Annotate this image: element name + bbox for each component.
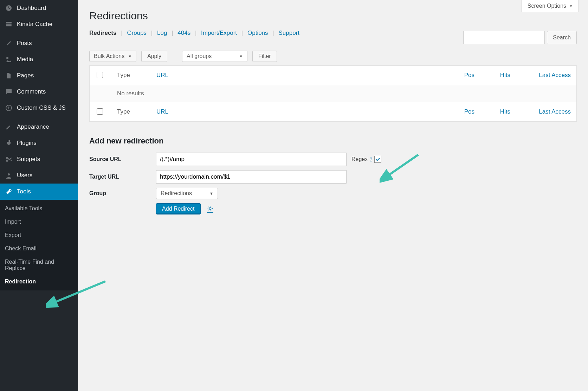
col-url-footer[interactable]: URL (151, 102, 448, 122)
sidebar-label: Dashboard (17, 5, 46, 12)
tab-import-export[interactable]: Import/Export (201, 30, 237, 36)
col-type-footer: Type (111, 102, 151, 122)
sidebar-label: Comments (17, 88, 46, 95)
sidebar-item-pages[interactable]: Pages (0, 68, 78, 84)
sidebar-item-snippets[interactable]: Snippets (0, 151, 78, 167)
group-filter-label: All groups (187, 53, 212, 59)
sidebar-item-users[interactable]: Users (0, 167, 78, 184)
col-pos[interactable]: Pos (448, 66, 480, 85)
svg-point-8 (209, 207, 211, 209)
col-url[interactable]: URL (151, 66, 448, 85)
regex-checkbox[interactable] (374, 156, 381, 163)
submenu-find-replace[interactable]: Real-Time Find and Replace (0, 255, 78, 275)
sidebar-item-dashboard[interactable]: Dashboard (0, 0, 78, 16)
media-icon (5, 56, 13, 63)
redirects-table: Type URL Pos Hits Last Access No results… (89, 65, 577, 122)
svg-point-6 (6, 160, 8, 161)
search-button[interactable]: Search (547, 31, 577, 44)
sidebar-item-kinsta-cache[interactable]: Kinsta Cache (0, 16, 78, 32)
svg-rect-0 (6, 22, 12, 23)
sidebar-label: Tools (17, 188, 31, 195)
tools-icon (5, 188, 13, 196)
select-all-checkbox[interactable] (97, 72, 103, 78)
plugins-icon (5, 139, 13, 147)
submenu-redirection[interactable]: Redirection (0, 275, 78, 288)
search-input[interactable] (463, 31, 545, 44)
svg-point-7 (8, 173, 10, 175)
comments-icon (5, 88, 13, 96)
svg-point-5 (6, 157, 8, 159)
submenu-check-email[interactable]: Check Email (0, 242, 78, 255)
submenu-available-tools[interactable]: Available Tools (0, 202, 78, 215)
sidebar-item-appearance[interactable]: Appearance (0, 119, 78, 135)
appearance-icon (5, 123, 13, 131)
sidebar-label: Custom CSS & JS (17, 104, 66, 111)
source-url-label: Source URL (89, 156, 156, 162)
regex-help-link[interactable]: ? (370, 157, 372, 162)
pages-icon (5, 72, 13, 79)
group-select-value: Redirections (161, 190, 192, 197)
users-icon (5, 172, 13, 179)
add-redirect-button[interactable]: Add Redirect (156, 203, 201, 214)
posts-icon (5, 39, 13, 47)
apply-button[interactable]: Apply (141, 51, 167, 62)
sidebar-label: Plugins (17, 140, 37, 147)
admin-sidebar: Dashboard Kinsta Cache Posts Media Pages… (0, 0, 78, 391)
col-pos-footer[interactable]: Pos (448, 102, 480, 122)
no-results-text: No results (111, 85, 577, 102)
sidebar-label: Posts (17, 40, 32, 47)
chevron-down-icon: ▼ (239, 54, 243, 58)
target-url-label: Target URL (89, 174, 156, 180)
col-last-access-footer[interactable]: Last Access (516, 102, 577, 122)
page-title: Redirections (89, 10, 577, 22)
chevron-down-icon: ▼ (209, 191, 213, 196)
tab-options[interactable]: Options (247, 30, 268, 36)
no-results-row: No results (90, 85, 577, 102)
check-icon (375, 157, 380, 162)
dashboard-icon (5, 4, 13, 12)
sidebar-label: Pages (17, 72, 34, 79)
svg-point-3 (6, 57, 8, 59)
tools-submenu: Available Tools Import Export Check Emai… (0, 200, 78, 290)
sidebar-item-media[interactable]: Media (0, 51, 78, 68)
sidebar-item-posts[interactable]: Posts (0, 35, 78, 51)
group-select[interactable]: Redirections ▼ (156, 188, 218, 199)
content-area: Screen Options ▼ Redirections Redirects … (78, 0, 588, 391)
sidebar-label: Media (17, 56, 33, 63)
sidebar-item-comments[interactable]: Comments (0, 84, 78, 100)
submenu-export[interactable]: Export (0, 229, 78, 242)
tab-redirects[interactable]: Redirects (89, 30, 116, 36)
scissors-icon (5, 155, 13, 163)
target-url-input[interactable] (156, 170, 347, 184)
regex-label: Regex (351, 156, 368, 162)
group-filter-select[interactable]: All groups ▼ (182, 51, 247, 62)
col-type: Type (111, 66, 151, 85)
chevron-down-icon: ▼ (128, 54, 132, 58)
sidebar-label: Snippets (17, 156, 40, 163)
submenu-import[interactable]: Import (0, 215, 78, 229)
sidebar-item-plugins[interactable]: Plugins (0, 135, 78, 151)
bulk-actions-select[interactable]: Bulk Actions ▼ (89, 51, 136, 62)
col-hits[interactable]: Hits (480, 66, 516, 85)
sidebar-label: Users (17, 172, 32, 179)
sidebar-item-custom-css-js[interactable]: Custom CSS & JS (0, 100, 78, 116)
tab-support[interactable]: Support (278, 30, 299, 36)
plus-icon (5, 104, 13, 112)
col-last-access[interactable]: Last Access (516, 66, 577, 85)
tab-404s[interactable]: 404s (177, 30, 190, 36)
col-hits-footer[interactable]: Hits (480, 102, 516, 122)
filter-button[interactable]: Filter (252, 51, 277, 62)
screen-options-button[interactable]: Screen Options ▼ (522, 0, 579, 12)
svg-rect-2 (6, 25, 12, 26)
tab-log[interactable]: Log (157, 30, 167, 36)
tab-groups[interactable]: Groups (127, 30, 147, 36)
source-url-input[interactable] (156, 153, 347, 166)
chevron-down-icon: ▼ (569, 4, 573, 8)
bulk-actions-label: Bulk Actions (94, 53, 124, 59)
sidebar-item-tools[interactable]: Tools (0, 184, 78, 200)
gear-icon[interactable] (207, 205, 213, 213)
sidebar-label: Kinsta Cache (17, 21, 52, 28)
screen-options-label: Screen Options (528, 3, 566, 9)
sidebar-label: Appearance (17, 123, 49, 130)
select-all-checkbox-footer[interactable] (97, 108, 103, 115)
